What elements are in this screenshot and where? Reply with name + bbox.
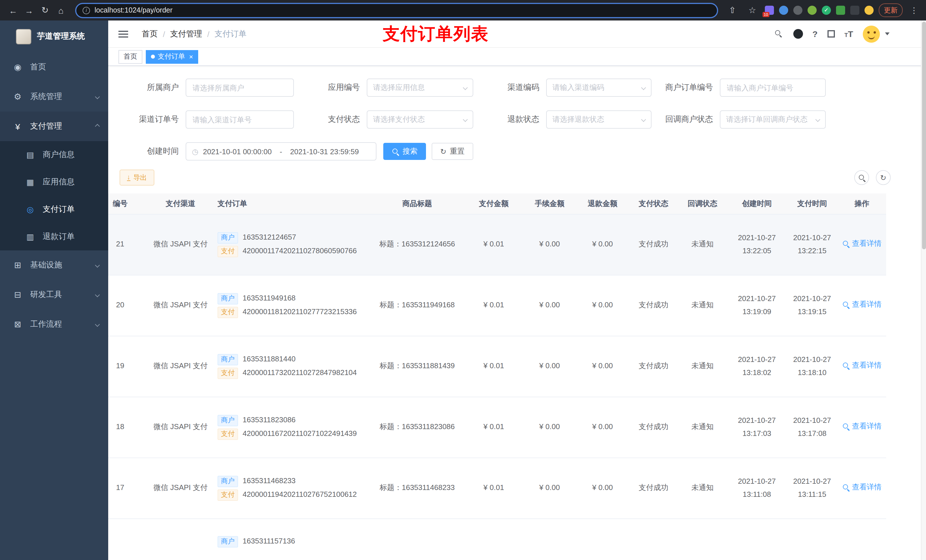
refund-status-select[interactable]: 请选择退款状态 — [546, 110, 652, 128]
col-amount: 支付金额 — [464, 193, 524, 214]
extension-check-icon[interactable]: ✓ — [822, 6, 831, 15]
view-detail-link[interactable]: 查看详情 — [842, 420, 882, 433]
download-icon: ↓ — [127, 174, 130, 181]
extension-icon[interactable] — [793, 6, 802, 15]
font-size-icon[interactable]: TT — [844, 29, 853, 39]
home-button[interactable]: ⌂ — [53, 3, 68, 18]
page-title-annotation: 支付订单列表 — [383, 22, 489, 45]
channel-code-select[interactable]: 请输入渠道编码 — [546, 78, 652, 97]
breadcrumb-section[interactable]: 支付管理 — [170, 29, 202, 39]
site-info-icon[interactable]: i — [83, 6, 90, 14]
pay-channel: 微信 JSAPI 支付 — [149, 397, 212, 457]
export-button[interactable]: ↓ 导出 — [120, 170, 154, 186]
extension-pin-icon[interactable] — [850, 6, 859, 15]
sidebar-item-payment[interactable]: ¥ 支付管理 — [0, 112, 108, 141]
date-end: 2021-10-31 23:59:59 — [290, 147, 359, 155]
avatar[interactable] — [863, 25, 880, 42]
view-detail-link[interactable]: 查看详情 — [842, 237, 882, 250]
pay-status: 支付成功 — [629, 214, 678, 275]
reload-button[interactable]: ↻ — [38, 3, 52, 18]
view-detail-link[interactable]: 查看详情 — [842, 298, 882, 311]
sidebar-item-infrastructure[interactable]: ⊞ 基础设施 — [0, 251, 108, 280]
sidebar-item-system[interactable]: ⚙ 系统管理 — [0, 82, 108, 112]
view-detail-link[interactable]: 查看详情 — [842, 481, 882, 494]
sidebar-toggle-icon[interactable] — [118, 33, 128, 35]
tab-home[interactable]: 首页 — [118, 50, 142, 63]
search-icon — [842, 301, 850, 308]
order-id: 17 — [108, 457, 149, 518]
right-toolbar: ↻ — [854, 170, 891, 185]
tab-pay-order[interactable]: 支付订单 × — [146, 50, 198, 63]
browser-menu-icon[interactable]: ⋮ — [908, 6, 920, 15]
app-logo: 芋道管理系统 — [0, 21, 108, 52]
help-icon[interactable]: ? — [813, 29, 817, 39]
browser-update-button[interactable]: 更新 — [879, 3, 903, 17]
sidebar-item-home[interactable]: ◉ 首页 — [0, 52, 108, 82]
notify-status: 未通知 — [678, 275, 727, 336]
sidebar-item-dev-tools[interactable]: ⊟ 研发工具 — [0, 280, 108, 309]
extension-icon[interactable] — [808, 6, 817, 15]
extension-chat-icon[interactable] — [836, 6, 845, 15]
merchant-tag: 商户 — [218, 293, 238, 304]
filter-notify-status: 回调商户状态 请选择订单回调商户状态 — [652, 110, 826, 128]
browser-actions: ⇧ ☆ 10 ✓ 更新 ⋮ — [725, 3, 920, 18]
sidebar-item-merchant-info[interactable]: ▤ 商户信息 — [0, 141, 108, 169]
refresh-button[interactable]: ↻ — [876, 170, 891, 185]
app-select[interactable]: 请选择应用信息 — [367, 78, 473, 97]
field-label: 应用编号 — [294, 83, 367, 93]
date-range-picker[interactable]: ◷ 2021-10-01 00:00:00 - 2021-10-31 23:59… — [186, 142, 377, 160]
toggle-search-button[interactable] — [854, 170, 869, 185]
merchant-order-no: 1635311823086 — [243, 415, 295, 426]
filter-refund-status: 退款状态 请选择退款状态 — [473, 110, 652, 128]
table-header-row: 编号 支付渠道 支付订单 商品标题 支付金额 手续金额 退款金额 支付状态 回调… — [108, 193, 886, 214]
refund-amount: ¥ 0.00 — [576, 275, 629, 336]
sidebar-item-pay-order[interactable]: ◎ 支付订单 — [0, 196, 108, 223]
notify-status: 未通知 — [678, 397, 727, 457]
avatar-caret-icon[interactable] — [885, 32, 890, 35]
forward-button[interactable]: → — [22, 3, 36, 18]
tags-view-bar: 首页 支付订单 × — [108, 48, 926, 66]
order-id: 20 — [108, 275, 149, 336]
search-icon[interactable] — [774, 29, 783, 38]
reset-button[interactable]: ↻ 重置 — [432, 143, 473, 160]
extension-icon[interactable] — [779, 6, 788, 15]
pay-status-select[interactable]: 请选择支付状态 — [367, 110, 473, 128]
main-area: 首页 / 支付管理 / 支付订单 支付订单列表 ? TT — [108, 21, 926, 560]
chevron-down-icon — [95, 263, 100, 268]
share-icon[interactable]: ⇧ — [725, 3, 740, 18]
pay-amount: ¥ 0.01 — [464, 397, 524, 457]
pay-order-cell: 商户1635311157136 — [212, 518, 370, 560]
grid-icon: ▦ — [25, 178, 35, 187]
search-button[interactable]: 搜索 — [383, 143, 426, 160]
merchant-input[interactable] — [186, 78, 294, 97]
goods-title: 标题：1635311881439 — [370, 336, 464, 397]
fee-amount: ¥ 0.00 — [524, 457, 576, 518]
col-title: 商品标题 — [370, 193, 464, 214]
fullscreen-icon[interactable] — [827, 30, 835, 38]
breadcrumb-home[interactable]: 首页 — [142, 29, 158, 39]
filter-app: 应用编号 请选择应用信息 — [294, 78, 473, 97]
back-button[interactable]: ← — [6, 3, 21, 18]
sidebar-item-app-info[interactable]: ▦ 应用信息 — [0, 169, 108, 196]
url-bar[interactable]: i localhost:1024/pay/order — [75, 3, 718, 18]
channel-order-no-input[interactable] — [186, 110, 294, 128]
create-time: 2021-10-27 13:11:08 — [727, 457, 787, 518]
bookmark-star-icon[interactable]: ☆ — [745, 3, 760, 18]
scrollbar-thumb[interactable] — [922, 22, 926, 249]
table-row: 18 微信 JSAPI 支付 商户1635311823086 支付4200001… — [108, 397, 886, 457]
extension-face-icon[interactable] — [864, 6, 874, 15]
view-detail-link[interactable]: 查看详情 — [842, 359, 882, 371]
close-icon[interactable]: × — [189, 53, 193, 60]
page-scrollbar[interactable] — [921, 21, 926, 560]
screen: ← → ↻ ⌂ i localhost:1024/pay/order ⇧ ☆ 1… — [0, 0, 926, 560]
merchant-card-icon: ▤ — [25, 150, 35, 159]
merchant-order-no-input[interactable] — [720, 78, 826, 97]
browser-chrome: ← → ↻ ⌂ i localhost:1024/pay/order ⇧ ☆ 1… — [0, 0, 926, 21]
github-icon[interactable] — [793, 29, 803, 39]
order-id: 21 — [108, 214, 149, 275]
col-order: 支付订单 — [212, 193, 370, 214]
extension-icon[interactable]: 10 — [765, 6, 774, 15]
sidebar-item-refund-order[interactable]: ▥ 退款订单 — [0, 223, 108, 251]
notify-status-select[interactable]: 请选择订单回调商户状态 — [720, 110, 826, 128]
sidebar-item-workflow[interactable]: ⊠ 工作流程 — [0, 309, 108, 339]
